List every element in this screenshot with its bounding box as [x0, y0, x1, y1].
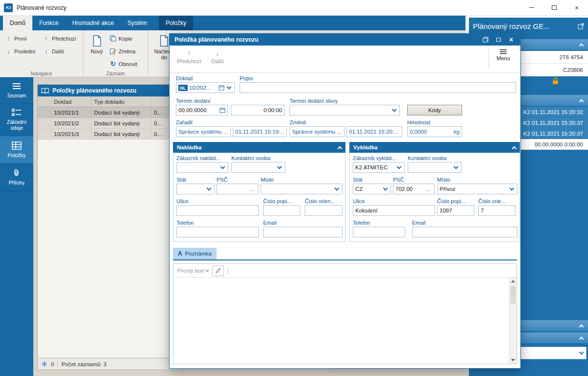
- chevron-up-icon: [579, 324, 584, 329]
- maximize-button[interactable]: [494, 35, 503, 44]
- minimize-button[interactable]: [520, 0, 543, 15]
- nakladka-ulice-field: Ulice: [176, 198, 259, 216]
- menu-button[interactable]: Menu: [492, 49, 514, 61]
- ellipsis-button[interactable]: …: [248, 186, 256, 192]
- book-icon: [41, 88, 49, 94]
- note-text-area[interactable]: [173, 278, 516, 364]
- sidebar-item-seznam[interactable]: Seznam: [0, 77, 33, 104]
- ribbon-group-navigace: ↑První ↓Poslední ↑Předchozí ↓Další Navig…: [0, 30, 83, 77]
- dropdown-icon[interactable]: [206, 188, 212, 191]
- tab-poznamka[interactable]: A Poznámka: [173, 248, 217, 259]
- column-header-typ-dokladu[interactable]: Typ dokladu: [92, 96, 151, 107]
- restore-icon: [483, 37, 489, 43]
- dropdown-icon[interactable]: [334, 188, 340, 191]
- chevron-down-icon: [205, 268, 209, 272]
- calendar-icon[interactable]: [220, 107, 225, 113]
- termin-dodani-slovy-field: Termín dodání slovy: [290, 98, 400, 116]
- chevron-up-icon: [579, 336, 584, 341]
- tab-polozky[interactable]: Položky: [159, 16, 193, 30]
- right-panel-title: Plánovaný rozvoz GE...: [473, 22, 550, 30]
- status-divider: [57, 361, 58, 368]
- scroll-up-button[interactable]: [510, 278, 516, 285]
- dropdown-icon[interactable]: [391, 109, 397, 112]
- open-external-button[interactable]: [578, 23, 584, 29]
- sidebar-item-zakladni-udaje[interactable]: Základní údaje: [0, 104, 33, 136]
- tab-system[interactable]: Systém: [121, 16, 154, 30]
- text-mode-dropdown[interactable]: Prostý text: [177, 268, 208, 274]
- refresh-button[interactable]: ↻Obnovit: [108, 59, 139, 69]
- nakladka-cislo-popisne-field: Číslo popi...: [263, 198, 300, 216]
- vykladka-email-field: Email: [412, 220, 517, 237]
- zaradil-time-field[interactable]: 01.11.2021 15:19:...: [233, 126, 287, 137]
- termin-dodani-time-field[interactable]: 0:00:00: [231, 105, 285, 116]
- nakladka-email-field: Email: [263, 220, 343, 237]
- editor-toolbar: Prostý text: [173, 264, 516, 278]
- next-item-button[interactable]: ↓ Další: [208, 49, 227, 64]
- dropdown-icon[interactable]: [382, 188, 389, 191]
- calendar-icon[interactable]: [219, 85, 224, 91]
- nakladka-group-header[interactable]: Nakládka: [173, 142, 345, 153]
- previous-record-button[interactable]: ↑Předchozí: [42, 33, 78, 44]
- dropdown-icon[interactable]: [453, 166, 459, 169]
- dropdown-icon[interactable]: [509, 188, 515, 191]
- dialog-body: Doklad DL 10/202... Popis Termín dodání …: [170, 73, 520, 368]
- sidebar-item-polozky[interactable]: Položky: [0, 136, 33, 164]
- hmotnost-unit: kg: [454, 129, 460, 135]
- document-icon: [159, 35, 169, 47]
- new-record-button[interactable]: Nový: [87, 33, 106, 69]
- tab-domu[interactable]: Domů: [3, 16, 32, 30]
- restore-button[interactable]: [481, 35, 490, 44]
- vykladka-cislo-orientacni-field: Číslo orie... 7: [478, 198, 515, 216]
- nakladka-stat-field: Stát: [176, 177, 215, 194]
- maximize-button[interactable]: [543, 0, 565, 15]
- edit-button[interactable]: Změna: [108, 46, 139, 56]
- zmenil-time-field[interactable]: 01.11.2021 15:20:...: [346, 126, 402, 137]
- copy-button[interactable]: Kopie: [108, 33, 139, 44]
- vykladka-misto-field: Místo Přívoz: [437, 177, 517, 194]
- nakladka-misto-field: Místo: [261, 177, 343, 194]
- document-icon: [92, 35, 102, 47]
- termin-dodani-label: Termín dodání: [176, 98, 228, 105]
- right-panel-header: Plánovaný rozvoz GE...: [469, 18, 588, 34]
- dialog-title: Položka plánovaného rozvozu: [174, 36, 258, 43]
- window-controls: ×: [520, 0, 588, 15]
- scroll-thumb[interactable]: [511, 286, 515, 304]
- dropdown-icon[interactable]: [226, 86, 232, 90]
- scrollbar[interactable]: [509, 278, 516, 364]
- dialog-close-button[interactable]: ×: [507, 35, 515, 44]
- dialog-titlebar: Položka plánovaného rozvozu ×: [170, 34, 520, 46]
- popis-label: Popis: [240, 75, 516, 82]
- vykladka-telefon-field: Telefon: [353, 220, 405, 237]
- dropdown-icon[interactable]: [276, 166, 283, 169]
- column-header-doklad[interactable]: Doklad: [51, 96, 92, 107]
- vykladka-group-header[interactable]: Vykládka: [349, 142, 520, 153]
- vykladka-cislo-popisne-field: Číslo popi... 1097: [437, 198, 474, 216]
- form-icon: [12, 109, 22, 117]
- edit-note-button[interactable]: [212, 265, 224, 276]
- zaradil-user-field: Zařadil Správce systému ...: [176, 119, 231, 137]
- next-record-button[interactable]: ↓Další: [42, 46, 78, 56]
- nakladka-group: Nakládka Zákazník naklád... Kontaktní os…: [173, 142, 345, 242]
- minimize-icon: [529, 7, 534, 8]
- zmenil-user-field: Změnil Správce systému ...: [290, 119, 344, 137]
- toolbar-divider: [228, 267, 228, 274]
- tab-funkce[interactable]: Funkce: [32, 16, 65, 30]
- previous-item-button[interactable]: ↑ Předchozí: [175, 49, 203, 64]
- dropdown-icon[interactable]: [220, 166, 226, 169]
- maximize-icon: [552, 5, 557, 10]
- dropdown-icon[interactable]: [396, 166, 402, 169]
- last-record-button[interactable]: ↓Poslední: [4, 46, 37, 56]
- lock-icon: [551, 77, 560, 85]
- dialog-toolbar: ↑ Předchozí ↓ Další Menu: [170, 46, 520, 73]
- close-button[interactable]: ×: [565, 0, 588, 15]
- scroll-down-button[interactable]: [510, 356, 516, 364]
- note-editor: Prostý text: [173, 263, 517, 364]
- ellipsis-button[interactable]: …: [424, 186, 432, 192]
- titlebar: K2 Plánované rozvozy ×: [0, 0, 588, 16]
- vykladka-group: Vykládka Zákazník vyklád... K2 ATMITEC K…: [349, 142, 520, 242]
- first-record-button[interactable]: ↑První: [4, 33, 37, 44]
- sidebar-item-prilohy[interactable]: Přílohy: [0, 164, 33, 191]
- kody-button[interactable]: Kódy: [407, 105, 462, 116]
- tab-hromadne-akce[interactable]: Hromadné akce: [65, 16, 121, 30]
- group-caption-navigace: Navigace: [0, 70, 83, 76]
